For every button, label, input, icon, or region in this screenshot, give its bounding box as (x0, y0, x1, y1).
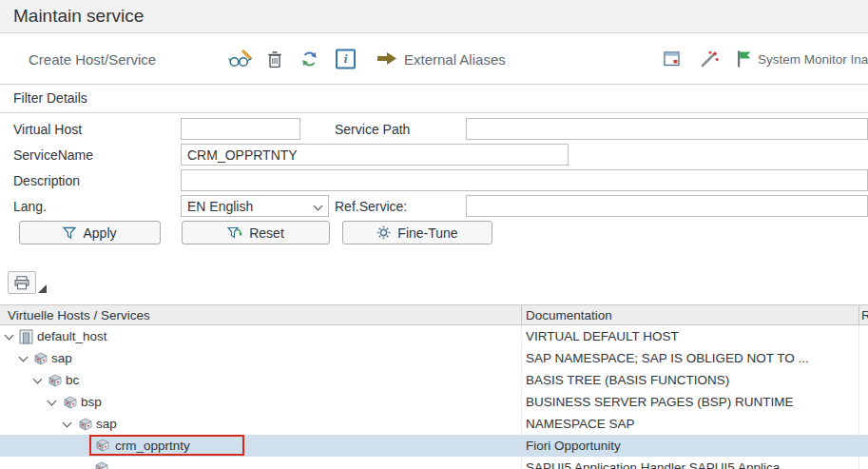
column-separator (858, 304, 859, 325)
expand-chevron-icon[interactable] (5, 331, 14, 341)
service-cube-icon (95, 438, 110, 453)
tree-table-header: Virtuelle Hosts / Services Documentation… (0, 304, 868, 325)
expand-chevron-icon[interactable] (48, 397, 57, 406)
filter-details-title: Filter Details (13, 90, 87, 106)
tree-row-sap[interactable]: sap SAP NAMESPACE; SAP IS OBLIGED NOT TO… (0, 347, 868, 369)
green-flag-icon (736, 49, 752, 68)
virtual-host-input[interactable] (181, 118, 300, 140)
print-button[interactable] (8, 271, 36, 294)
filter-reset-icon (227, 226, 242, 240)
maintain-service-window: Maintain service Create Host/Service (0, 0, 868, 469)
trash-icon (267, 49, 282, 68)
printer-icon (14, 276, 29, 290)
expand-chevron-icon[interactable] (63, 419, 72, 428)
window-icon[interactable] (664, 50, 681, 67)
service-name-label: ServiceName (13, 147, 93, 163)
title-bar: Maintain service (0, 0, 868, 33)
service-cube-icon (48, 373, 63, 388)
service-cube-icon (33, 351, 48, 366)
filter-details-section-header: Filter Details (0, 85, 868, 113)
node-documentation: NAMESPACE SAP (526, 417, 635, 431)
tree-row-partial[interactable]: SAPUI5 Application Handler SAPUI5 Applic… (0, 457, 868, 469)
tree-row-sap-2[interactable]: sap NAMESPACE SAP (0, 413, 868, 435)
reset-button[interactable]: Reset (182, 221, 330, 244)
glasses-pencil-icon (228, 49, 253, 68)
description-label: Description (13, 173, 80, 188)
system-monitor-button[interactable]: System Monitor Inactive (736, 49, 868, 68)
node-label: crm_opprtnty (115, 439, 190, 453)
expand-chevron-icon[interactable] (33, 375, 43, 384)
node-label: default_host (37, 329, 107, 343)
language-label: Lang. (13, 199, 47, 214)
wizard-icon[interactable] (700, 49, 719, 68)
refresh-arrows-icon (300, 49, 318, 68)
page-title: Maintain service (13, 6, 144, 27)
service-name-input[interactable] (181, 144, 569, 166)
create-host-service-button[interactable]: Create Host/Service (29, 50, 156, 67)
window-frame-icon (664, 50, 681, 67)
host-icon (19, 329, 34, 344)
services-tree: default_host VIRTUAL DEFAULT HOST sap SA… (0, 325, 868, 469)
node-label: sap (51, 351, 72, 365)
right-arrow-icon (376, 51, 397, 67)
column-header-reference[interactable]: R (861, 308, 868, 322)
node-documentation: SAPUI5 Application Handler SAPUI5 Applic… (526, 460, 780, 469)
service-cube-icon (78, 417, 93, 432)
tree-row-default-host[interactable]: default_host VIRTUAL DEFAULT HOST (0, 325, 868, 347)
refresh-icon[interactable] (300, 49, 318, 68)
column-separator (521, 304, 522, 325)
display-change-icon[interactable] (228, 49, 253, 68)
column-header-hosts[interactable]: Virtuelle Hosts / Services (8, 308, 150, 322)
tree-row-bc[interactable]: bc BASIS TREE (BASIS FUNCTIONS) (0, 369, 868, 391)
node-documentation: BUSINESS SERVER PAGES (BSP) RUNTIME (526, 395, 794, 409)
node-documentation: BASIS TREE (BASIS FUNCTIONS) (526, 373, 729, 387)
service-cube-icon (94, 460, 109, 469)
info-icon: i (336, 49, 356, 68)
language-dropdown[interactable]: EN English (181, 195, 329, 217)
gear-icon (376, 225, 391, 240)
external-aliases-button[interactable]: External Aliases (376, 50, 506, 67)
info-button[interactable]: i (336, 49, 356, 68)
fine-tune-button[interactable]: Fine-Tune (342, 221, 492, 244)
node-label: sap (96, 417, 117, 431)
application-toolbar: Create Host/Service (0, 33, 868, 85)
node-label: bsp (81, 395, 102, 409)
layout-config-handle[interactable] (38, 284, 47, 293)
apply-button[interactable]: Apply (19, 221, 161, 244)
filter-funnel-icon (63, 226, 76, 240)
column-header-documentation[interactable]: Documentation (526, 308, 612, 322)
tree-row-crm-opprtnty-selected[interactable]: crm_opprtnty Fiori Opportunity (0, 435, 868, 457)
expand-chevron-icon[interactable] (19, 353, 29, 362)
node-documentation: VIRTUAL DEFAULT HOST (526, 329, 679, 343)
node-label: bc (66, 373, 79, 387)
service-path-input[interactable] (466, 118, 868, 140)
magic-wand-icon (700, 49, 719, 68)
virtual-host-label: Virtual Host (13, 122, 82, 137)
delete-icon[interactable] (267, 49, 282, 68)
ref-service-input[interactable] (466, 195, 868, 217)
description-input[interactable] (181, 169, 868, 191)
tree-row-bsp[interactable]: bsp BUSINESS SERVER PAGES (BSP) RUNTIME (0, 391, 868, 413)
selection-annotation-box: crm_opprtnty (89, 435, 244, 456)
node-documentation: SAP NAMESPACE; SAP IS OBLIGED NOT TO ... (526, 351, 809, 365)
service-path-label: Service Path (335, 122, 410, 137)
ref-service-label: Ref.Service: (335, 199, 407, 214)
service-cube-icon (63, 395, 78, 410)
node-documentation: Fiori Opportunity (526, 439, 621, 453)
language-value: EN English (187, 199, 253, 214)
chevron-down-icon (314, 202, 323, 211)
